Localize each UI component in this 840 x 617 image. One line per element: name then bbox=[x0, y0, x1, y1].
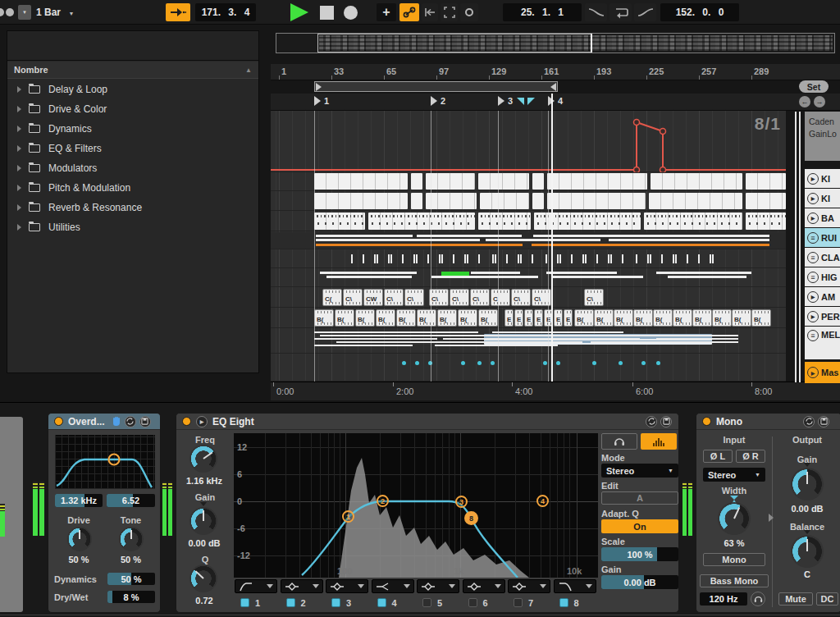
play-icon[interactable]: ▶ bbox=[807, 213, 819, 224]
overdrive-title-bar[interactable]: Overd... bbox=[48, 414, 160, 430]
expand-triangle-icon[interactable] bbox=[17, 126, 21, 132]
record-button[interactable] bbox=[344, 6, 358, 20]
save-preset-icon[interactable] bbox=[818, 416, 829, 427]
time-ruler[interactable]: 0:002:004:006:008:00 bbox=[271, 382, 840, 400]
loop-button[interactable] bbox=[609, 3, 632, 21]
mono-toggle-button[interactable]: Mono bbox=[703, 553, 765, 566]
play-icon[interactable]: ▶ bbox=[807, 367, 819, 378]
play-icon[interactable]: ▶ bbox=[807, 291, 819, 303]
channel-mode-dropdown[interactable]: Stereo ▼ bbox=[703, 468, 765, 482]
clip-lane-labels[interactable]: B(B(B(B(B(B(B(B(B(EEEEEEEB(B(B(B(B(B(B(B… bbox=[271, 308, 786, 328]
tone-value[interactable]: 50 % bbox=[107, 555, 155, 564]
eq-band-handle-8[interactable]: 8 bbox=[464, 511, 478, 525]
phase-left-button[interactable]: Ø L bbox=[703, 450, 733, 463]
eq-curve-display[interactable]: 12348 1260-6-12 1001k10k bbox=[234, 433, 598, 578]
filter-type-dropdown[interactable] bbox=[235, 579, 277, 593]
clip-lane-labels[interactable]: C(C\CWC\C\C\C\C\CC\C\C\ bbox=[271, 288, 786, 308]
play-icon[interactable]: ▶ bbox=[807, 311, 819, 322]
playhead[interactable] bbox=[551, 94, 553, 382]
browser-item[interactable]: EQ & Filters bbox=[7, 139, 258, 158]
spectrum-toggle-button[interactable] bbox=[641, 433, 677, 450]
browser-item[interactable]: Modulators bbox=[7, 158, 258, 178]
stop-button[interactable] bbox=[320, 6, 334, 20]
track-header-mel[interactable]: ≡MEL bbox=[805, 327, 840, 359]
filter-type-dropdown[interactable] bbox=[326, 579, 368, 593]
arrangement-position-display[interactable]: 171. 3. 4 bbox=[195, 3, 256, 21]
track-header-rui[interactable]: ≡RUI bbox=[805, 228, 840, 247]
clip-lane-tail[interactable] bbox=[271, 354, 786, 382]
eq-mode-dropdown[interactable]: Stereo ▼ bbox=[601, 464, 678, 478]
metronome-icon[interactable] bbox=[6, 8, 14, 16]
next-locator-button[interactable]: → bbox=[814, 96, 825, 107]
locator-flag[interactable]: 2 bbox=[431, 96, 445, 106]
eq-q-value[interactable]: 0.72 bbox=[178, 596, 231, 606]
set-locator-button[interactable]: Set bbox=[799, 80, 829, 93]
automation-device-label[interactable]: Caden bbox=[809, 116, 840, 128]
overdrive-filter-display[interactable] bbox=[55, 435, 155, 489]
track-header-ba[interactable]: ▶BA bbox=[805, 208, 840, 227]
locator-flag[interactable]: 4 bbox=[548, 96, 563, 106]
browser-item[interactable]: Drive & Color bbox=[7, 99, 258, 119]
track-header-cla[interactable]: ≡CLA bbox=[805, 248, 840, 267]
band-enable-checkbox[interactable] bbox=[331, 598, 340, 607]
overdrive-bandwidth-field[interactable]: 6.52 bbox=[107, 494, 155, 507]
eq-edit-ab-button[interactable]: A bbox=[601, 491, 678, 505]
filter-type-dropdown[interactable] bbox=[417, 579, 459, 593]
bass-mono-freq-field[interactable]: 120 Hz bbox=[700, 592, 747, 606]
width-knob[interactable] bbox=[718, 502, 751, 535]
bass-mono-audition-button[interactable] bbox=[751, 592, 765, 606]
draw-mode-button[interactable] bbox=[399, 3, 419, 21]
menu-icon[interactable]: ≡ bbox=[807, 272, 819, 283]
expand-triangle-icon[interactable] bbox=[17, 204, 21, 211]
tone-knob[interactable] bbox=[119, 527, 144, 551]
filter-type-dropdown[interactable] bbox=[508, 579, 550, 593]
menu-icon[interactable]: ≡ bbox=[807, 330, 819, 341]
play-icon[interactable]: ▶ bbox=[807, 193, 819, 204]
automation-reenable-button[interactable] bbox=[460, 3, 478, 21]
filter-type-dropdown[interactable] bbox=[372, 579, 414, 593]
eq-scale-field[interactable]: 100 % bbox=[601, 547, 678, 561]
track-header-am[interactable]: ▶AM bbox=[805, 287, 840, 306]
adapt-q-toggle[interactable]: On bbox=[601, 519, 678, 533]
band-enable-checkbox[interactable] bbox=[468, 598, 477, 607]
device-fold-icon[interactable]: ▶ bbox=[196, 416, 208, 427]
band-enable-checkbox[interactable] bbox=[240, 598, 249, 607]
browser-item[interactable]: Dynamics bbox=[7, 119, 258, 139]
device-on-led[interactable] bbox=[54, 417, 63, 426]
width-value[interactable]: 63 % bbox=[696, 538, 772, 548]
browser-item[interactable]: Reverb & Resonance bbox=[7, 198, 258, 217]
browser-item[interactable]: Utilities bbox=[7, 217, 258, 237]
clip-lane-ticks[interactable] bbox=[271, 250, 786, 268]
eq-freq-knob[interactable] bbox=[189, 445, 217, 473]
grab-marker-icon[interactable] bbox=[527, 98, 535, 105]
eq-output-gain-field[interactable]: 0.00 dB bbox=[601, 575, 678, 589]
filter-type-dropdown[interactable] bbox=[554, 579, 596, 593]
eq-band-handle-4[interactable]: 4 bbox=[536, 495, 549, 507]
metronome-menu-button[interactable]: ▼ bbox=[18, 5, 31, 20]
menu-icon[interactable]: ≡ bbox=[807, 252, 819, 263]
track-header-per[interactable]: ▶PER bbox=[805, 307, 840, 326]
device-on-led[interactable] bbox=[182, 417, 191, 426]
back-to-arrangement-button[interactable] bbox=[422, 3, 438, 21]
filter-type-dropdown[interactable] bbox=[281, 579, 323, 593]
eq-q-knob[interactable] bbox=[189, 564, 217, 592]
clip-lane-blocks[interactable] bbox=[271, 172, 786, 191]
mono-title-bar[interactable]: Mono bbox=[696, 414, 840, 430]
balance-knob[interactable] bbox=[791, 535, 824, 568]
metronome-icon[interactable] bbox=[0, 8, 4, 16]
phase-right-button[interactable]: Ø R bbox=[736, 450, 765, 463]
locator-flag[interactable]: 1 bbox=[314, 96, 329, 106]
eq-eight-title-bar[interactable]: ▶ EQ Eight bbox=[176, 414, 678, 430]
band-enable-checkbox[interactable] bbox=[559, 598, 568, 607]
eq-band-handle-1[interactable]: 1 bbox=[342, 510, 354, 523]
overdrive-freq-field[interactable]: 1.32 kHz bbox=[55, 494, 103, 507]
punch-out-button[interactable] bbox=[634, 3, 656, 21]
loop-length-display[interactable]: 152. 0. 0 bbox=[660, 3, 739, 21]
output-gain-value[interactable]: 0.00 dB bbox=[773, 504, 840, 514]
output-gain-knob[interactable] bbox=[791, 468, 824, 500]
expand-triangle-icon[interactable] bbox=[17, 224, 21, 231]
drywet-field[interactable]: 8 % bbox=[107, 591, 155, 603]
arrangement-scrollbar[interactable] bbox=[799, 112, 801, 382]
track-header-mas[interactable]: ▶Mas bbox=[805, 362, 840, 383]
band-enable-checkbox[interactable] bbox=[377, 598, 386, 607]
